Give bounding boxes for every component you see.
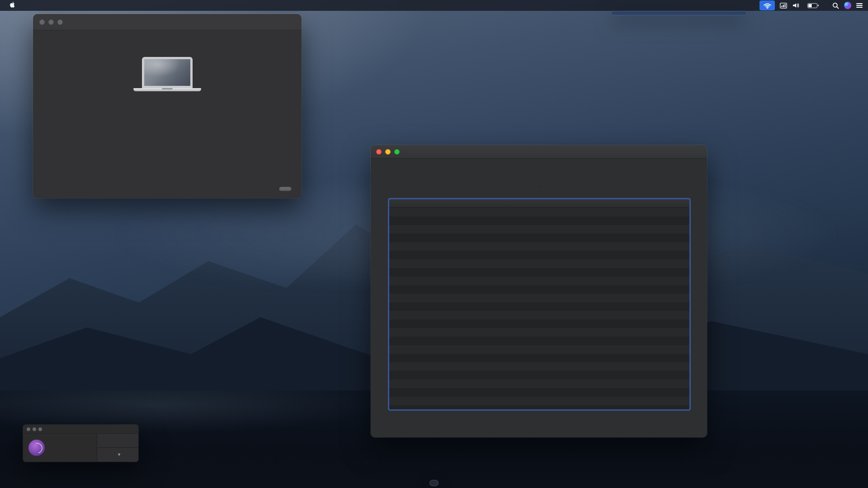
menu-bar-status	[760, 0, 863, 10]
battery-icon	[807, 3, 817, 8]
charging-bolt-icon	[811, 4, 814, 8]
avatar	[28, 440, 45, 456]
menu-bar	[0, 0, 868, 11]
displays-traffic-lights	[39, 19, 63, 25]
notification-center-icon[interactable]	[856, 3, 863, 8]
dock	[429, 480, 439, 486]
chevron-down-icon: ▼	[117, 452, 121, 457]
pci-table-body	[389, 208, 689, 409]
activity-monitor-icon[interactable]	[780, 3, 787, 9]
menu-bar-left	[5, 2, 25, 9]
wifi-dropdown-menu	[611, 11, 747, 15]
zoom-button[interactable]	[394, 149, 400, 155]
more-button[interactable]: ▼	[97, 448, 138, 461]
anydesk-traffic-lights	[27, 427, 42, 431]
close-button[interactable]	[27, 427, 30, 431]
dpci-segmented-control	[538, 186, 539, 187]
wifi-menu-extra[interactable]	[760, 0, 775, 10]
wifi-icon	[763, 2, 772, 9]
spotlight-search-icon[interactable]	[832, 2, 839, 9]
macbook-base	[133, 88, 201, 91]
zoom-button[interactable]	[38, 427, 42, 431]
dpci-toolbar	[371, 160, 707, 186]
macbook-illustration	[33, 57, 302, 91]
minimize-button[interactable]	[385, 149, 391, 155]
dpci-titlebar[interactable]	[371, 145, 707, 159]
siri-icon[interactable]	[844, 2, 851, 9]
anydesk-actions-panel: ▼	[97, 434, 138, 462]
disconnect-button[interactable]	[97, 434, 138, 448]
minimize-button[interactable]	[48, 19, 54, 25]
pci-table	[389, 199, 689, 409]
battery-status[interactable]	[805, 3, 817, 8]
dpci-traffic-lights	[376, 149, 400, 155]
displays-titlebar[interactable]	[33, 14, 302, 30]
displays-window	[33, 14, 302, 198]
close-button[interactable]	[376, 149, 382, 155]
anydesk-window: ▼	[23, 425, 138, 462]
anydesk-titlebar[interactable]	[23, 425, 138, 434]
zoom-button[interactable]	[57, 19, 63, 25]
macbook-screen	[142, 57, 193, 89]
volume-icon[interactable]	[792, 2, 800, 9]
close-button[interactable]	[39, 19, 45, 25]
dpcimanager-window	[371, 145, 707, 437]
displays-preferences-button[interactable]	[279, 187, 292, 191]
minimize-button[interactable]	[33, 427, 36, 431]
pci-table-header	[389, 199, 689, 208]
apple-menu-icon[interactable]	[8, 2, 14, 9]
